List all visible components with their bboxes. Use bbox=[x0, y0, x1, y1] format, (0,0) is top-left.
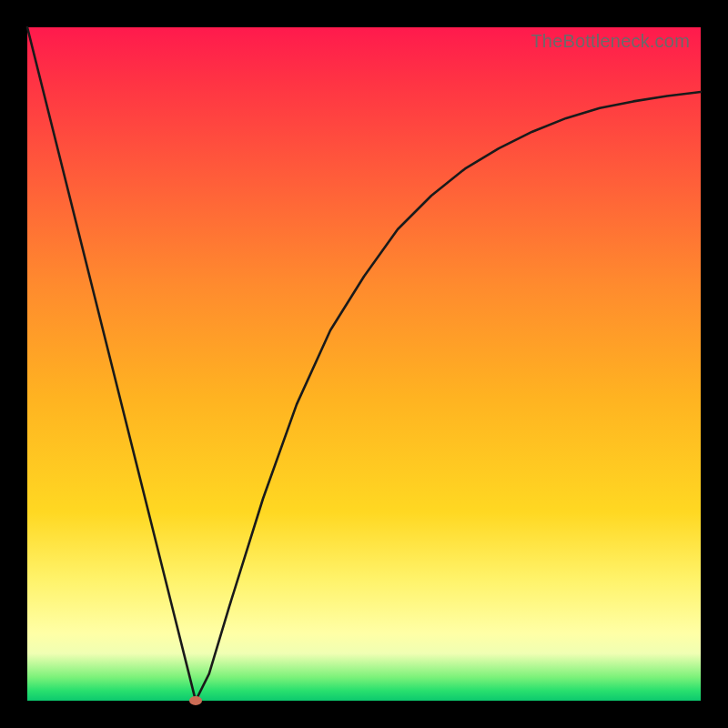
chart-frame: TheBottleneck.com bbox=[0, 0, 728, 728]
bottleneck-curve bbox=[27, 27, 701, 701]
curve-path bbox=[27, 27, 701, 701]
optimal-point-marker bbox=[189, 696, 202, 705]
plot-area: TheBottleneck.com bbox=[27, 27, 701, 701]
